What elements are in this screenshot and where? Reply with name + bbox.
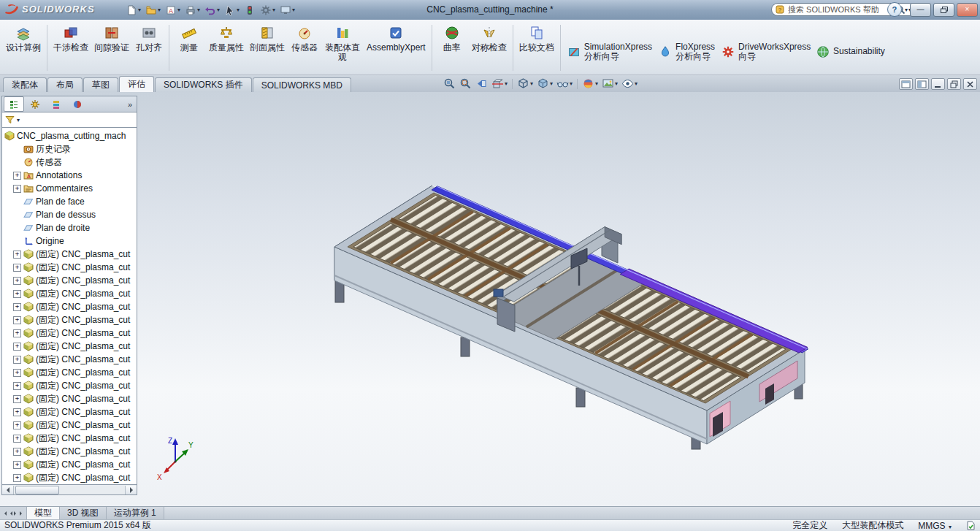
previous-tab-icon[interactable] [8,511,12,516]
dropdown-icon[interactable]: ▾ [570,80,573,87]
ribbon-button-sustainability[interactable]: Sustainability [814,43,887,61]
select-button[interactable]: ▾ [223,2,241,18]
doc-tab-3d-views[interactable]: 3D 视图 [60,507,107,519]
options-button[interactable]: ▾ [259,2,277,18]
tree-component-row[interactable]: + (固定) CNC_plasma_cut [4,353,137,366]
tree-component-row[interactable]: + (固定) CNC_plasma_cut [4,326,137,340]
edit-appearance-button[interactable]: ▾ [581,77,599,90]
tree-component-row[interactable]: + (固定) CNC_plasma_cut [4,392,137,405]
tab-layout[interactable]: 布局 [47,77,83,92]
ribbon-button-driveworksxpress[interactable]: DriveWorksXpress 向导 [719,41,812,63]
feature-tree[interactable]: CNC_plasma_cutting_mach 历史记录 传感器 + A Ann… [1,127,137,485]
dropdown-icon[interactable]: ▾ [635,80,638,87]
dropdown-icon[interactable]: ▾ [17,117,20,123]
expand-icon[interactable]: + [13,277,21,285]
featuremanager-tab[interactable] [4,96,24,112]
ribbon-button-interference-check[interactable]: 干涉检查 [51,23,91,54]
previous-view-button[interactable] [475,77,489,90]
expand-icon[interactable]: + [13,303,21,311]
close-button[interactable]: × [957,3,978,17]
next-tab-icon[interactable] [14,511,18,516]
ribbon-button-symmetry-check[interactable]: 对称检查 [470,23,509,54]
expand-icon[interactable]: + [13,264,21,272]
view-orientation-button[interactable]: ▾ [516,77,534,90]
displaymanager-tab[interactable] [67,96,88,112]
tab-solidworks-mbd[interactable]: SOLIDWORKS MBD [253,77,351,92]
hide-show-items-button[interactable]: ▾ [556,77,573,90]
ribbon-button-assemblyxpert[interactable]: AssemblyXpert [364,23,428,54]
tree-component-row[interactable]: + (固定) CNC_plasma_cut [4,340,137,353]
first-tab-icon[interactable] [2,511,7,516]
last-tab-icon[interactable] [20,511,24,516]
ribbon-button-assembly-visualization[interactable]: 装配体直观 [322,23,363,64]
tree-component-row[interactable]: + (固定) CNC_plasma_cut [4,261,137,274]
tree-component-row[interactable]: + (固定) CNC_plasma_cut [4,313,137,326]
tree-item-plane-top[interactable]: Plan de dessus [4,208,137,221]
ribbon-button-clearance-verify[interactable]: 间隙验证 [92,23,131,54]
dropdown-icon[interactable]: ▾ [595,80,598,87]
zoom-fit-button[interactable] [443,77,456,90]
ribbon-button-compare-documents[interactable]: 比较文档 [517,23,556,54]
expand-icon[interactable]: + [13,329,21,337]
ribbon-button-curvature[interactable]: 曲率 [436,23,468,54]
configurationmanager-tab[interactable] [46,96,66,112]
apply-scene-button[interactable]: ▾ [601,77,619,90]
tree-component-row[interactable]: + (固定) CNC_plasma_cut [4,366,137,379]
print-button[interactable]: ▾ [183,2,202,18]
tab-sketch[interactable]: 草图 [83,77,118,92]
tree-item-plane-front[interactable]: Plan de face [4,195,137,208]
overflow-icon[interactable]: » [125,100,135,109]
tab-assembly[interactable]: 装配体 [3,77,47,92]
expand-icon[interactable]: + [13,474,21,482]
expand-icon[interactable]: + [13,290,21,298]
tree-component-row[interactable]: + (固定) CNC_plasma_cut [4,432,137,445]
doc-restore-button[interactable] [947,78,961,90]
minimize-button[interactable]: — [910,3,931,17]
ribbon-button-measure[interactable]: 测量 [173,23,205,54]
tab-solidworks-addins[interactable]: SOLIDWORKS 插件 [155,77,252,92]
tree-item-comments[interactable]: + Commentaires [4,182,137,195]
tree-component-row[interactable]: + (固定) CNC_plasma_cut [4,419,137,432]
ribbon-button-simulationxpress[interactable]: SimulationXpress 分析向导 [564,41,654,63]
expand-icon[interactable]: + [13,356,21,364]
scroll-left-button[interactable] [2,486,14,494]
doc-tab-model[interactable]: 模型 [27,507,60,519]
doc-tab-motion-study[interactable]: 运动算例 1 [107,507,164,519]
doc-close-button[interactable] [963,78,977,90]
expand-icon[interactable]: + [13,251,21,259]
tree-filter-bar[interactable]: ▾ [1,112,137,127]
tree-item-history[interactable]: 历史记录 [4,142,137,156]
pane-split-button[interactable] [899,78,913,90]
tree-component-row[interactable]: + (固定) CNC_plasma_cut [4,300,137,313]
view-settings-button[interactable]: ▾ [621,77,638,90]
dropdown-icon[interactable]: ▾ [550,80,553,87]
doc-minimize-button[interactable] [931,78,945,90]
scroll-right-button[interactable] [125,486,137,494]
save-button[interactable]: A▾ [164,2,182,18]
expand-icon[interactable]: + [13,369,21,377]
ribbon-button-section-properties[interactable]: 剖面属性 [248,23,287,54]
scrollbar-thumb[interactable] [15,486,59,494]
new-document-button[interactable]: ▾ [124,2,142,18]
expand-icon[interactable]: + [13,382,21,390]
expand-icon[interactable]: + [13,316,21,324]
tree-component-row[interactable]: + (固定) CNC_plasma_cut [4,274,137,287]
tree-item-plane-right[interactable]: Plan de droite [4,221,137,234]
expand-icon[interactable]: + [13,461,21,469]
expand-icon[interactable]: + [13,435,21,443]
maximize-button[interactable] [933,3,954,17]
tree-root-row[interactable]: CNC_plasma_cutting_mach [4,129,137,142]
tree-component-row[interactable]: + (固定) CNC_plasma_cut [4,248,137,261]
tree-horizontal-scrollbar[interactable] [1,485,137,495]
expand-icon[interactable]: + [13,448,21,456]
3d-model-plasma-table[interactable]: Z Y X [0,92,980,506]
ribbon-button-floxpress[interactable]: FloXpress 分析向导 [656,41,717,63]
expand-icon[interactable]: + [13,185,21,193]
tree-component-row[interactable]: + (固定) CNC_plasma_cut [4,287,137,300]
dropdown-icon[interactable]: ▾ [505,80,508,87]
search-input[interactable] [786,4,894,15]
expand-icon[interactable]: + [13,408,21,416]
expand-icon[interactable]: + [13,343,21,351]
ribbon-button-hole-alignment[interactable]: 孔对齐 [133,23,165,54]
units-selector[interactable]: MMGS ▾ [918,521,952,531]
